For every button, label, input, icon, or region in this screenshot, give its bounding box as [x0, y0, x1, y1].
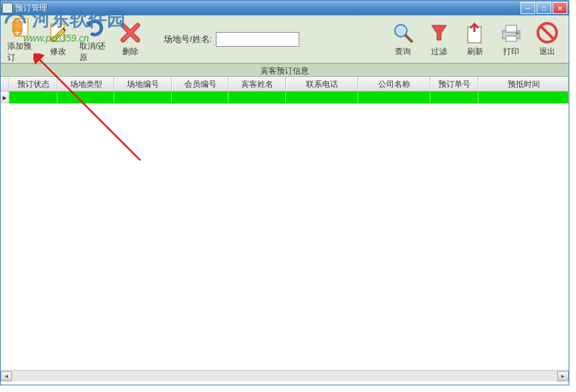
- delete-button[interactable]: 删除: [114, 19, 146, 59]
- add-icon: [10, 15, 34, 39]
- col-order-no[interactable]: 预订单号: [430, 77, 478, 91]
- table-row[interactable]: ▸: [1, 91, 569, 104]
- col-phone[interactable]: 联系电话: [286, 77, 358, 91]
- delete-icon: [118, 21, 142, 45]
- cell-venue-no[interactable]: [114, 91, 172, 104]
- row-indicator-header: [1, 77, 9, 91]
- scroll-left-button[interactable]: ◄: [1, 371, 12, 381]
- toolbar: 添加预订 修改 取消/还原: [1, 15, 569, 63]
- exit-icon: [535, 21, 559, 45]
- svg-rect-6: [506, 25, 517, 32]
- search-input[interactable]: [216, 32, 299, 47]
- col-venue-type[interactable]: 场地类型: [57, 77, 115, 91]
- filter-button[interactable]: 过滤: [423, 19, 455, 59]
- row-marker-icon: ▸: [1, 91, 9, 104]
- app-icon: [2, 3, 13, 13]
- print-button[interactable]: 打印: [495, 19, 527, 59]
- grid-header: 预订状态 场地类型 场地编号 会员编号 宾客姓名 联系电话 公司名称 预订单号 …: [1, 77, 569, 91]
- horizontal-scrollbar[interactable]: ◄ ►: [1, 370, 569, 381]
- window-title: 预订管理: [15, 3, 521, 14]
- exit-button[interactable]: 退出: [531, 19, 563, 59]
- col-member-no[interactable]: 会员编号: [172, 77, 229, 91]
- col-venue-no[interactable]: 场地编号: [114, 77, 172, 91]
- cell-guest-name[interactable]: [229, 91, 286, 104]
- minimize-button[interactable]: ─: [521, 2, 535, 14]
- cancel-restore-button[interactable]: 取消/还原: [78, 14, 110, 65]
- svg-rect-7: [506, 36, 517, 41]
- col-guest-name[interactable]: 宾客姓名: [229, 77, 286, 91]
- print-icon: [499, 21, 523, 45]
- filter-icon: [427, 21, 451, 45]
- cell-company[interactable]: [358, 91, 430, 104]
- maximize-button[interactable]: □: [537, 2, 551, 14]
- edit-icon: [46, 21, 70, 45]
- svg-point-8: [516, 32, 519, 35]
- edit-button[interactable]: 修改: [42, 19, 74, 59]
- refresh-icon: [463, 21, 487, 45]
- add-booking-button[interactable]: 添加预订: [6, 14, 38, 65]
- close-button[interactable]: ✕: [553, 2, 567, 14]
- cell-order-no[interactable]: [430, 91, 478, 104]
- query-button[interactable]: 查询: [387, 19, 419, 59]
- cell-venue-type[interactable]: [57, 91, 115, 104]
- section-header: 宾客预订信息: [1, 63, 569, 77]
- col-status[interactable]: 预订状态: [9, 77, 57, 91]
- col-company[interactable]: 公司名称: [358, 77, 430, 91]
- cell-phone[interactable]: [286, 91, 358, 104]
- cell-arrival-time[interactable]: [478, 91, 569, 104]
- col-arrival-time[interactable]: 预抵时间: [478, 77, 569, 91]
- search-icon: [391, 21, 415, 45]
- search-area: 场地号/姓名:: [164, 32, 299, 47]
- cell-member-no[interactable]: [172, 91, 229, 104]
- grid-body[interactable]: ▸: [1, 91, 569, 370]
- main-window: 预订管理 ─ □ ✕ 添加预订: [0, 0, 569, 385]
- cell-status[interactable]: [9, 91, 57, 104]
- search-label: 场地号/姓名:: [164, 33, 212, 45]
- refresh-button[interactable]: 刷新: [459, 19, 491, 59]
- scroll-right-button[interactable]: ►: [557, 371, 569, 381]
- scroll-track[interactable]: [12, 371, 557, 381]
- undo-icon: [82, 15, 106, 39]
